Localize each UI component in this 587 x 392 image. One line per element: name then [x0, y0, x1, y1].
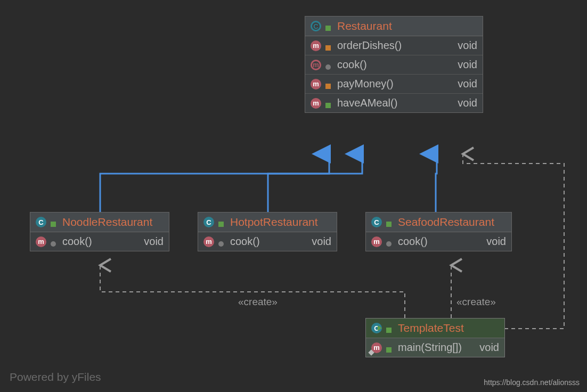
key-icon — [218, 238, 226, 246]
runnable-class-icon: C — [371, 323, 382, 333]
source-url: https://blog.csdn.net/alionsss — [484, 378, 580, 387]
class-name-label: NoodleRestaurant — [62, 216, 152, 228]
return-type: void — [458, 59, 477, 71]
create-label-2: «create» — [456, 296, 496, 308]
class-body: m cook() void — [30, 232, 169, 251]
key-icon — [325, 61, 333, 69]
lock-icon — [325, 80, 333, 88]
powered-by-label: Powered by yFiles — [10, 371, 101, 383]
class-header: C HotpotRestaurant — [198, 213, 337, 232]
return-type: void — [486, 235, 506, 248]
key-icon — [386, 238, 394, 246]
method-icon: m — [311, 60, 321, 70]
method-name: orderDishes() — [337, 39, 453, 52]
class-icon: C — [311, 21, 321, 31]
method-icon: m — [311, 98, 321, 109]
method-name: cook() — [337, 59, 453, 71]
class-body: m cook() void — [366, 232, 511, 251]
return-type: void — [458, 97, 477, 109]
run-icon — [378, 325, 382, 331]
method-name: cook() — [230, 235, 307, 248]
method-name: main(String[]) — [398, 341, 475, 354]
unlock-icon — [51, 218, 58, 226]
method-row[interactable]: m payMoney() void — [305, 75, 483, 94]
method-icon: m — [371, 236, 382, 247]
class-header: C TemplateTest — [366, 318, 504, 338]
unlock-icon — [325, 100, 333, 107]
return-type: void — [144, 235, 164, 248]
method-icon: m — [203, 236, 214, 247]
lock-icon — [325, 42, 333, 50]
unlock-icon — [218, 218, 226, 226]
class-template-test[interactable]: C TemplateTest m main(String[]) void — [365, 318, 505, 357]
method-name: cook() — [62, 235, 140, 248]
class-icon: C — [36, 217, 46, 227]
class-header: C Restaurant — [305, 17, 483, 36]
create-label-1: «create» — [238, 296, 278, 308]
return-type: void — [479, 341, 499, 354]
method-row[interactable]: m cook() void — [198, 232, 337, 251]
class-icon: C — [371, 217, 382, 227]
unlock-icon — [386, 344, 394, 352]
class-name-label: Restaurant — [337, 20, 392, 32]
unlock-icon — [325, 22, 333, 30]
class-name-label: SeafoodRestaurant — [398, 216, 494, 228]
method-icon: m — [36, 236, 46, 247]
class-icon: C — [203, 217, 214, 227]
unlock-icon — [386, 218, 394, 226]
class-noodle[interactable]: C NoodleRestaurant m cook() void — [30, 212, 169, 251]
diagram-canvas: C Restaurant m orderDishes() void m cook… — [0, 0, 587, 392]
class-hotpot[interactable]: C HotpotRestaurant m cook() void — [198, 212, 337, 251]
method-row[interactable]: m cook() void — [366, 232, 511, 251]
class-body: m orderDishes() void m cook() void m pay… — [305, 36, 483, 112]
class-restaurant[interactable]: C Restaurant m orderDishes() void m cook… — [305, 16, 483, 113]
method-icon: m — [311, 40, 321, 51]
return-type: void — [458, 39, 477, 52]
method-row[interactable]: m cook() void — [305, 55, 483, 75]
method-name: haveAMeal() — [337, 97, 453, 109]
static-method-icon: m — [371, 342, 382, 353]
class-header: C NoodleRestaurant — [30, 213, 169, 232]
method-row[interactable]: m main(String[]) void — [366, 338, 504, 357]
class-seafood[interactable]: C SeafoodRestaurant m cook() void — [365, 212, 512, 251]
class-name-label: TemplateTest — [398, 322, 464, 334]
unlock-icon — [386, 324, 394, 332]
method-row[interactable]: m cook() void — [30, 232, 169, 251]
return-type: void — [458, 78, 477, 90]
return-type: void — [312, 235, 331, 248]
class-body: m main(String[]) void — [366, 338, 504, 357]
method-name: payMoney() — [337, 78, 453, 90]
key-icon — [51, 238, 58, 246]
class-body: m cook() void — [198, 232, 337, 251]
method-name: cook() — [398, 235, 482, 248]
method-icon: m — [311, 79, 321, 89]
class-header: C SeafoodRestaurant — [366, 213, 511, 232]
class-name-label: HotpotRestaurant — [230, 216, 318, 228]
method-row[interactable]: m haveAMeal() void — [305, 94, 483, 112]
method-row[interactable]: m orderDishes() void — [305, 36, 483, 55]
